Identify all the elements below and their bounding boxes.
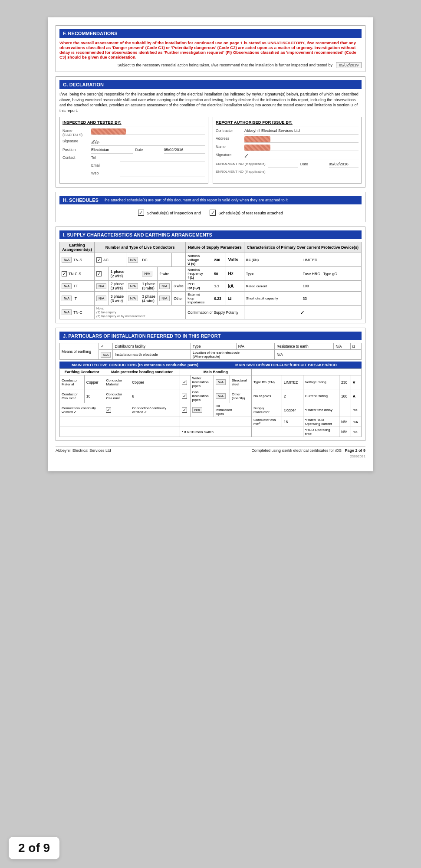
switch-fuse-header: [251, 369, 361, 375]
water-pipes-label: Waterinstallationpipes: [190, 375, 214, 389]
rcd-operating-na: N/A: [339, 427, 351, 437]
resistance-unit: Ω: [350, 343, 361, 350]
phase3a-label: 3 phase(3 wire): [109, 292, 126, 306]
it-label: IT: [73, 296, 77, 301]
auth-name-label: Name: [216, 145, 242, 149]
name-row: Name(CAPITALS): [62, 128, 205, 137]
authorised-by-header: REPORT AUTHORISED FOR ISSUE BY:: [216, 120, 359, 126]
polarity-check: ✓: [244, 306, 361, 319]
enrolment-value: [268, 162, 298, 168]
rec-date: 05/02/2019: [336, 62, 362, 68]
cond-csa-value: 10: [84, 389, 104, 403]
nom-freq-value: 50: [212, 267, 226, 281]
pfc-unit: kA: [226, 281, 244, 292]
conductors-header-row: Earthing Conductor Main protective bondi…: [60, 369, 362, 375]
wire3-na: N/A: [158, 281, 172, 292]
notes-cell: Note: (1) by enquiry (2) by enquiry or b…: [95, 306, 186, 319]
rcd-operating-unit: ms: [351, 427, 361, 437]
enrolment-label: ENROLMENT NO (If applicable): [216, 162, 266, 166]
supply-conductor-value: Copper: [282, 403, 303, 417]
main-protective-bonding-header: Main protective bonding conductor: [104, 369, 180, 375]
means-earthing-label: Means of earthing: [60, 343, 99, 360]
tncs-check: ✓: [62, 271, 67, 276]
section-j: J. PARTICULARS OF INSTALLATION REFERRED …: [56, 328, 365, 441]
water-na: N/A: [214, 375, 230, 389]
other-specify-label: Other(specify): [230, 389, 252, 403]
schedule1-label: Schedule(s) of inspection and: [147, 210, 201, 215]
current-rating-label: Current Rating: [303, 389, 339, 403]
web-label: Web: [91, 171, 117, 175]
contact-fields: Tel Email Web: [91, 155, 205, 179]
declaration-columns: INSPECTED AND TESTED BY: Name(CAPITALS) …: [59, 117, 362, 184]
rated-rcd-na: N/A: [339, 417, 351, 427]
tncs-label: TN-C-S: [69, 272, 81, 276]
resistance-label: Resistance to earth: [275, 343, 334, 350]
rated-rcd-unit: mA: [351, 417, 361, 427]
type-value: N/A: [236, 343, 275, 350]
empty-left: [60, 417, 180, 427]
conductors-row2: ConductorCsa mm² 10 ConductorCsa mm² 6 ✓…: [60, 389, 362, 403]
inspected-by-col: INSPECTED AND TESTED BY: Name(CAPITALS) …: [59, 117, 208, 184]
ac-check: ✓: [96, 257, 102, 263]
cond-material-label: ConductorMaterial: [60, 375, 85, 389]
name-redacted: [91, 128, 126, 135]
oil-na: N/A: [190, 403, 214, 417]
earth-location-value: N/A: [275, 350, 362, 360]
address-row: Address: [216, 136, 359, 143]
tel-row: Tel: [91, 155, 205, 161]
bond-material-label: ConductorMaterial: [104, 375, 130, 389]
ac-cell: ✓ AC: [95, 253, 126, 267]
rated-time-delay-label: *Rated time delay: [303, 403, 339, 417]
auth-sig-label: Signature: [216, 153, 242, 157]
schedule2-label: Schedule(s) of test results attached: [218, 210, 283, 215]
bs-en-value: LIMITED: [301, 253, 361, 267]
installation-na: N/A: [99, 350, 113, 360]
phase3b-na: N/A: [126, 292, 140, 306]
auth-name-redacted: [244, 145, 270, 151]
ext-loop-label: Externalloopimpedance: [186, 292, 212, 306]
name-label: Name(CAPITALS): [62, 128, 89, 137]
primary-device-col-header: Characteristics of Primary Over current …: [244, 242, 361, 253]
bs-en-label: BS (EN): [244, 253, 301, 267]
phase1-check: ✓: [95, 267, 109, 281]
schedule2-checkbox: ✓: [210, 210, 216, 216]
short-circuit-label: Short circuit capacity: [244, 292, 301, 306]
section-i: I. SUPPLY CHARACTERISTICS AND EARTHING A…: [56, 227, 365, 323]
auth-name-value: [244, 145, 359, 151]
enrolment-row: ENROLMENT NO (If applicable) Date 05/02/…: [216, 162, 359, 168]
conductors-row5: * If RCD main switch *RCD Operatingtime …: [60, 427, 362, 437]
live-conductors-col-header: Number and Type of Live Conductors: [95, 242, 186, 253]
earthing-tns: N/A TN-S: [60, 253, 95, 267]
rated-time-delay-value: [339, 403, 351, 417]
gas-label: Gasinstallationpipes: [190, 389, 214, 403]
nom-freq-label: Nominalfrequencyf (1): [186, 267, 212, 281]
tel-label: Tel: [91, 155, 117, 160]
contact-row: Contact Tel Email Web: [62, 155, 205, 179]
other-na: N/A: [158, 292, 172, 306]
tnc-label: TN-C: [73, 310, 82, 315]
sub-headers: MAIN PROTECTIVE CONDUCTORS (to extraneou…: [59, 362, 362, 368]
bs-en-switch-label: Type BS (EN): [251, 375, 282, 389]
date-label: Date: [135, 148, 161, 152]
oil-label: Oilinstallationpipes: [214, 403, 251, 417]
cond-csa-main-value: 16: [282, 417, 303, 427]
ac-na: N/A: [126, 253, 140, 267]
gas-na: N/A: [214, 389, 230, 403]
phase2-label: 2 phase(3 wire): [109, 281, 126, 292]
main-switch-header: MAIN SWITCH/SWITCH-FUSE/CIRCUIT BREAKER/…: [210, 362, 362, 368]
supply-params-col-header: Nature of Supply Parameters: [186, 242, 244, 253]
installation-earth: Installation earth electrode: [113, 350, 191, 360]
footer-page: Page 2 of 9: [345, 448, 365, 453]
web-value: [120, 171, 205, 177]
dc-na: [172, 253, 186, 267]
earthing-means-row: Means of earthing ✓ Distributor's facili…: [60, 343, 362, 350]
contractor-label: Contractor: [216, 128, 242, 133]
ac-label: AC: [103, 258, 109, 262]
rated-rcd-label: *Rated RCDOperating current: [303, 417, 339, 427]
rcd-operating-label: *RCD Operatingtime: [303, 427, 339, 437]
pfc-value: 1.1: [212, 281, 226, 292]
section-j-header: J. PARTICULARS OF INSTALLATION REFERRED …: [59, 332, 362, 340]
sig-value: 𝓁𝓤𝓮: [91, 139, 205, 146]
earthing-means-row2: N/A Installation earth electrode Locatio…: [60, 350, 362, 360]
distributors-check: ✓: [99, 343, 113, 350]
